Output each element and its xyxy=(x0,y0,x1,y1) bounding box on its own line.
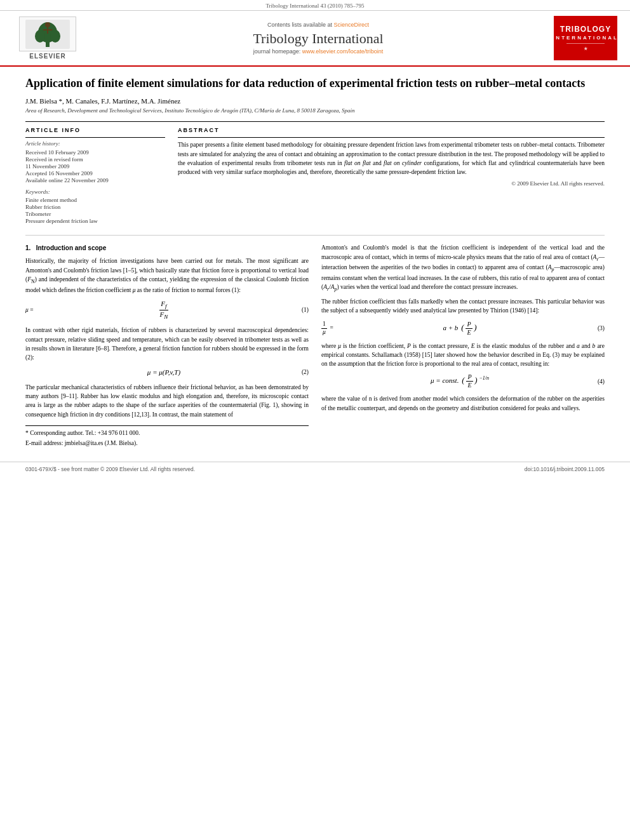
article-info-heading: ARTICLE INFO xyxy=(25,127,165,133)
abstract-text: This paper presents a finite element bas… xyxy=(178,140,605,177)
tribology-int-label: INTERNATIONAL xyxy=(554,35,617,41)
equation-2: μ = μ(P,v,T) (2) xyxy=(25,367,309,378)
svg-point-5 xyxy=(45,22,50,27)
equation-3: 1 μ = a + b ( P E ) (3) xyxy=(321,321,605,337)
eq3-symbol: 1 μ = xyxy=(321,321,334,336)
available-online: Available online 22 November 2009 xyxy=(25,177,165,183)
right-p1: Amonton's and Coulomb's model is that th… xyxy=(321,243,605,293)
journal-main-title: Tribology International xyxy=(83,30,554,47)
eq4-number: (4) xyxy=(586,377,605,386)
article-content: Application of finite element simulation… xyxy=(0,67,630,462)
page-bottom: 0301-679X/$ - see front matter © 2009 El… xyxy=(0,462,630,476)
svg-point-3 xyxy=(35,30,45,43)
svg-point-4 xyxy=(50,30,60,43)
equation-4: μ = const. ( P E ) −1/n (4) xyxy=(321,373,605,389)
and-text: and xyxy=(566,343,575,349)
footnote-area: * Corresponding author. Tel.: +34 976 01… xyxy=(25,425,309,448)
eq4-expr: μ = const. ( P E ) −1/n xyxy=(334,373,586,389)
section1-p3: The particular mechanical characteristic… xyxy=(25,383,309,419)
keyword-3: Tribometer xyxy=(25,211,165,217)
eq3-number: (3) xyxy=(586,324,605,333)
body-right-column: Amonton's and Coulomb's model is that th… xyxy=(321,243,605,449)
journal-title-center: Contents lists available at ScienceDirec… xyxy=(83,22,554,55)
issn-line: 0301-679X/$ - see front matter © 2009 El… xyxy=(25,466,195,472)
keyword-1: Finite element method xyxy=(25,197,165,203)
affiliation: Area of Research, Development and Techno… xyxy=(25,107,605,114)
right-p2: The rubber friction coefficient thus fal… xyxy=(321,297,605,316)
keywords-section: Keywords: Finite element method Rubber f… xyxy=(25,189,165,224)
tribology-t-label: TRIBOLOGY xyxy=(560,25,611,34)
equation-1: μ = Ff FN (1) xyxy=(25,300,309,321)
abstract-column: ABSTRACT This paper presents a finite el… xyxy=(178,127,605,225)
elsevier-text: ELSEVIER xyxy=(29,53,65,60)
eq2-number: (2) xyxy=(290,368,309,377)
footnote-star: * Corresponding author. Tel.: +34 976 01… xyxy=(25,429,309,437)
eq2-expr: μ = μ(P,v,T) xyxy=(38,367,290,378)
elsevier-logo-box xyxy=(19,17,76,51)
section1-p2: In contrast with other rigid materials, … xyxy=(25,326,309,362)
elsevier-logo: ELSEVIER xyxy=(13,17,83,60)
received2: 11 November 2009 xyxy=(25,163,165,170)
journal-bar: Tribology International 43 (2010) 785–79… xyxy=(0,0,630,11)
article-body: 1. Introduction and scope Historically, … xyxy=(25,235,605,449)
keyword-2: Rubber friction xyxy=(25,204,165,210)
eq3-expr: a + b ( P E ) xyxy=(334,321,586,337)
doi-line: doi:10.1016/j.triboint.2009.11.005 xyxy=(525,466,605,472)
footnote-email: E-mail address: jmbielsa@ita.es (J.M. Bi… xyxy=(25,439,309,448)
tribology-logo: TRIBOLOGY INTERNATIONAL ★ xyxy=(554,16,617,60)
accepted: Accepted 16 November 2009 xyxy=(25,170,165,177)
eq1-symbol: μ = xyxy=(25,305,38,314)
history-label: Article history: xyxy=(25,140,165,147)
revised: Received in revised form xyxy=(25,156,165,163)
journal-citation: Tribology International 43 (2010) 785–79… xyxy=(265,3,364,9)
copyright-line: © 2009 Elsevier Ltd. All rights reserved… xyxy=(178,180,605,187)
keyword-4: Pressure dependent friction law xyxy=(25,218,165,224)
sciencedirect-link[interactable]: ScienceDirect xyxy=(334,22,370,28)
tribology-logo-sub: ★ xyxy=(584,46,588,51)
eq1-number: (1) xyxy=(290,305,309,314)
right-p4: where the value of n is derived from ano… xyxy=(321,394,605,413)
received1: Received 10 February 2009 xyxy=(25,149,165,156)
keywords-label: Keywords: xyxy=(25,189,165,195)
section1-p1: Historically, the majority of friction i… xyxy=(25,257,309,295)
section1-title: 1. Introduction and scope xyxy=(25,243,309,253)
body-left-column: 1. Introduction and scope Historically, … xyxy=(25,243,309,449)
contents-line: Contents lists available at ScienceDirec… xyxy=(83,22,554,28)
article-info-column: ARTICLE INFO Article history: Received 1… xyxy=(25,127,165,225)
homepage-line: journal homepage: www.elsevier.com/locat… xyxy=(83,48,554,55)
article-title: Application of finite element simulation… xyxy=(25,76,605,91)
homepage-url[interactable]: www.elsevier.com/locate/triboint xyxy=(302,48,384,55)
eq1-fraction: Ff FN xyxy=(38,300,290,321)
article-info-abstract-section: ARTICLE INFO Article history: Received 1… xyxy=(25,121,605,225)
abstract-heading: ABSTRACT xyxy=(178,127,605,133)
authors: J.M. Bielsa *, M. Canales, F.J. Martínez… xyxy=(25,97,605,105)
right-p3: where μ is the friction coefficient, P i… xyxy=(321,342,605,369)
journal-header: ELSEVIER Contents lists available at Sci… xyxy=(0,11,630,67)
